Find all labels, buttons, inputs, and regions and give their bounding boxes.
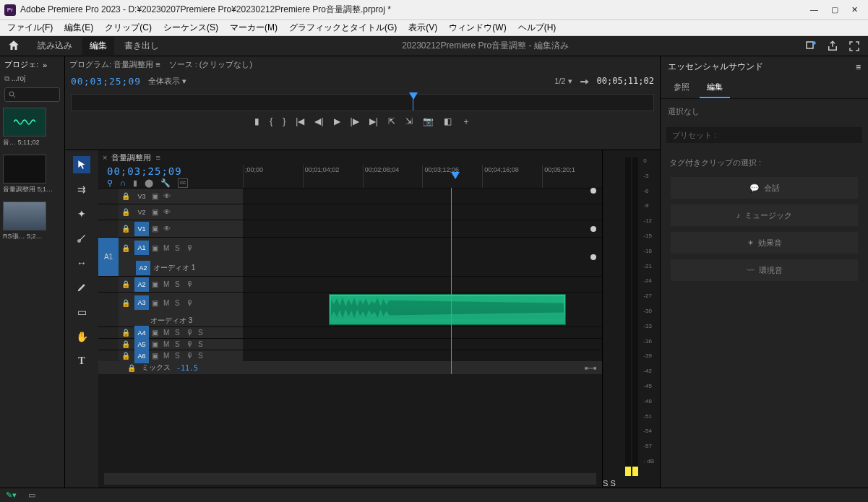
quick-export-icon[interactable] bbox=[804, 40, 817, 53]
keyframe-icon[interactable] bbox=[590, 254, 596, 260]
track-lane[interactable] bbox=[243, 238, 602, 276]
source-patch[interactable] bbox=[98, 277, 119, 292]
project-breadcrumb[interactable]: ⧉ ...roj bbox=[0, 73, 64, 85]
lock-icon[interactable]: 🔒 bbox=[121, 340, 132, 348]
timeline-zoom-scrollbar[interactable] bbox=[104, 473, 596, 485]
track-target[interactable]: A6 bbox=[134, 349, 149, 363]
lock-icon[interactable]: 🔒 bbox=[121, 192, 132, 200]
lock-icon[interactable]: 🔒 bbox=[121, 280, 132, 288]
mute-icon[interactable]: M bbox=[163, 299, 172, 307]
toggle-output-icon[interactable]: ▣ bbox=[152, 192, 160, 200]
lock-icon[interactable]: 🔒 bbox=[121, 225, 132, 233]
share-icon[interactable] bbox=[826, 40, 839, 53]
bin-item[interactable]: RS張… 5;2… bbox=[3, 202, 61, 241]
source-patch[interactable] bbox=[98, 293, 119, 326]
track-target[interactable]: V1 bbox=[134, 222, 149, 236]
track-lane[interactable] bbox=[243, 350, 602, 361]
bin-item[interactable]: 音… 5;11;02 bbox=[3, 108, 61, 147]
toggle-sync-icon[interactable]: 👁 bbox=[163, 225, 172, 233]
lock-icon[interactable]: 🔒 bbox=[121, 208, 132, 216]
mix-lock-icon[interactable]: 🔒 bbox=[127, 364, 136, 372]
menu-graphics[interactable]: グラフィックとタイトル(G) bbox=[285, 20, 401, 35]
type-tool-icon[interactable]: T bbox=[73, 352, 90, 370]
project-search[interactable] bbox=[4, 87, 60, 102]
mark-in-icon[interactable]: { bbox=[270, 116, 272, 126]
menu-help[interactable]: ヘルプ(H) bbox=[514, 20, 561, 35]
voice-icon[interactable]: 🎙 bbox=[186, 299, 195, 307]
source-patch[interactable] bbox=[98, 339, 119, 350]
solo-icon[interactable]: S bbox=[175, 280, 184, 288]
time-ruler[interactable]: ;00;00 00;01;04;02 00;02;08;04 00;03;12;… bbox=[243, 165, 602, 188]
track-header[interactable]: 🔒 A1 ▣ M S 🎙 A2 オーディオ 1 bbox=[119, 238, 243, 276]
panel-menu-icon[interactable]: » bbox=[43, 61, 47, 69]
playhead-icon[interactable] bbox=[409, 92, 418, 100]
mark-out-icon[interactable]: } bbox=[283, 116, 285, 126]
tab-export[interactable]: 書き出し bbox=[117, 37, 166, 55]
close-sequence-icon[interactable]: × bbox=[103, 153, 107, 162]
slip-tool-icon[interactable]: ↔ bbox=[73, 254, 90, 272]
track-lane[interactable] bbox=[243, 339, 602, 350]
go-in-icon[interactable]: |◀ bbox=[296, 116, 304, 126]
lock-icon[interactable]: 🔒 bbox=[121, 329, 132, 337]
menu-marker[interactable]: マーカー(M) bbox=[225, 20, 282, 35]
track-lane[interactable] bbox=[243, 220, 602, 237]
mix-db-value[interactable]: -11.5 bbox=[176, 364, 198, 372]
sequence-tab[interactable]: 音量調整用 bbox=[111, 152, 151, 163]
playhead-icon[interactable] bbox=[451, 172, 460, 179]
source-patch[interactable] bbox=[98, 204, 119, 220]
track-header[interactable]: 🔒 V2 ▣ 👁 bbox=[119, 204, 243, 220]
track-select-tool-icon[interactable]: ⇉ bbox=[73, 181, 90, 198]
source-patch[interactable] bbox=[98, 220, 119, 237]
new-item-icon[interactable]: ▭ bbox=[28, 490, 35, 500]
mute-icon[interactable]: M bbox=[163, 244, 172, 252]
track-lane[interactable] bbox=[243, 293, 602, 326]
lock-icon[interactable]: 🔒 bbox=[121, 352, 132, 360]
export-frame-icon[interactable]: 📷 bbox=[423, 116, 434, 126]
menu-view[interactable]: 表示(V) bbox=[404, 20, 442, 35]
track-lane[interactable] bbox=[243, 327, 602, 338]
fullscreen-icon[interactable] bbox=[848, 40, 861, 53]
playhead-line[interactable] bbox=[451, 188, 452, 374]
caption-icon[interactable]: cc bbox=[178, 178, 188, 188]
snap-icon[interactable]: ⚲ bbox=[107, 178, 113, 188]
wrench-icon[interactable]: 🔧 bbox=[160, 178, 171, 188]
menu-window[interactable]: ウィンドウ(W) bbox=[444, 20, 510, 35]
lift-icon[interactable]: ⇱ bbox=[388, 116, 395, 126]
minimize-button[interactable]: — bbox=[810, 5, 818, 14]
track-target[interactable]: A3 bbox=[134, 295, 149, 310]
hand-tool-icon[interactable]: ✋ bbox=[73, 328, 90, 345]
rectangle-tool-icon[interactable]: ▭ bbox=[73, 303, 90, 321]
track-lane[interactable] bbox=[243, 189, 602, 204]
pen-icon[interactable]: ✎▾ bbox=[6, 490, 17, 500]
ripple-edit-tool-icon[interactable]: ✦ bbox=[73, 205, 90, 222]
tag-dialogue-button[interactable]: 💬 会話 bbox=[671, 177, 858, 199]
keyframe-icon[interactable] bbox=[590, 226, 596, 232]
source-tab[interactable]: ソース : (クリップなし) bbox=[169, 59, 253, 70]
toggle-sync-icon[interactable]: 👁 bbox=[163, 192, 172, 200]
toggle-output-icon[interactable]: ▣ bbox=[152, 280, 160, 288]
panel-menu-icon[interactable]: ≡ bbox=[856, 62, 861, 72]
voice-icon[interactable]: 🎙 bbox=[186, 280, 195, 288]
preset-dropdown[interactable]: プリセット : bbox=[666, 127, 862, 143]
mute-icon[interactable]: M bbox=[163, 280, 172, 288]
menu-edit[interactable]: 編集(E) bbox=[60, 20, 98, 35]
track-header[interactable]: 🔒 A6 ▣MS🎙S bbox=[119, 350, 243, 361]
marker-icon[interactable]: ▮ bbox=[133, 178, 137, 188]
solo-right-button[interactable]: S bbox=[610, 479, 615, 488]
voice-icon[interactable]: 🎙 bbox=[186, 244, 195, 252]
track-lane[interactable] bbox=[243, 204, 602, 220]
settings-icon[interactable]: ⬤ bbox=[145, 178, 153, 188]
go-out-icon[interactable]: ▶| bbox=[369, 116, 378, 126]
maximize-button[interactable]: ▢ bbox=[831, 5, 838, 14]
mix-expand-icon[interactable]: ⇤⇥ bbox=[585, 364, 596, 372]
zoom-fit-dropdown[interactable]: 全体表示 ▾ bbox=[148, 76, 186, 87]
comparison-icon[interactable]: ◧ bbox=[444, 116, 452, 126]
lock-icon[interactable]: 🔒 bbox=[121, 244, 132, 252]
tab-edit[interactable]: 編集 bbox=[700, 77, 730, 98]
toggle-output-icon[interactable]: ▣ bbox=[152, 244, 160, 252]
program-scrubber[interactable] bbox=[71, 94, 654, 111]
step-fwd-icon[interactable]: |▶ bbox=[351, 116, 359, 126]
settings-icon[interactable] bbox=[580, 76, 590, 86]
step-back-icon[interactable]: ◀| bbox=[314, 116, 323, 126]
linked-selection-icon[interactable]: ∩ bbox=[120, 178, 126, 188]
